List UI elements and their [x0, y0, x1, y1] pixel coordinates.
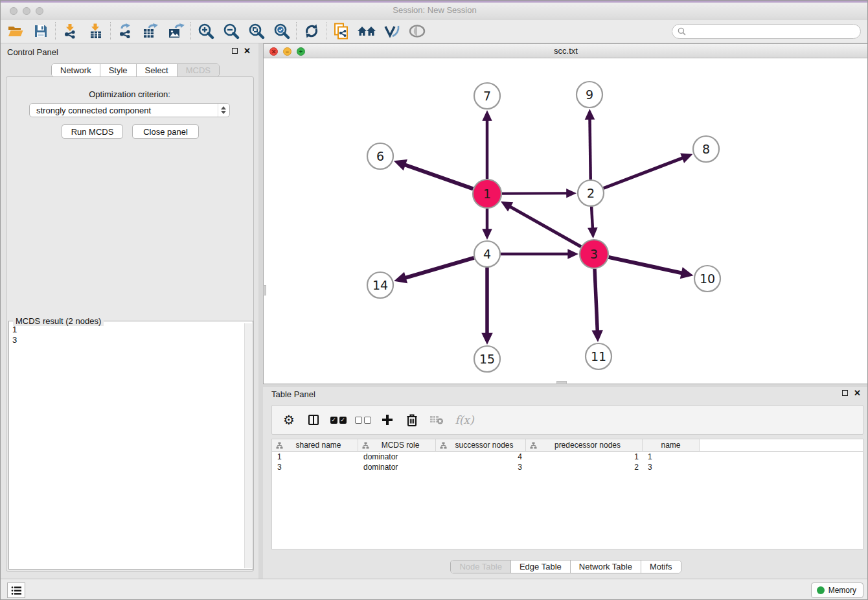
- refresh-icon: [303, 23, 320, 40]
- show-columns-button[interactable]: [306, 412, 321, 428]
- delete-column-button[interactable]: [404, 412, 420, 428]
- cell-name[interactable]: 1: [643, 452, 700, 462]
- export-image-button[interactable]: [163, 21, 188, 42]
- table-row[interactable]: 1dominator411: [272, 452, 863, 462]
- graph-node-label-15: 15: [479, 352, 495, 366]
- cell-MCDS-role[interactable]: dominator: [358, 462, 436, 472]
- graph-edge-2-8[interactable]: [604, 157, 683, 188]
- network-window-titlebar[interactable]: ✕ − + scc.txt: [264, 44, 868, 58]
- graph-edge-arrowhead: [680, 267, 694, 279]
- network-canvas[interactable]: 1234678910111415: [264, 58, 868, 384]
- zoom-in-icon: [198, 23, 214, 40]
- close-panel-button[interactable]: Close panel: [132, 124, 199, 139]
- column-header-shared-name[interactable]: shared name: [272, 439, 358, 451]
- graph-node-label-1: 1: [483, 187, 491, 201]
- select-all-columns-button[interactable]: ✓✓: [330, 412, 346, 428]
- graph-node-label-14: 14: [372, 278, 388, 292]
- memory-button[interactable]: Memory: [811, 583, 863, 598]
- graph-edge-1-2[interactable]: [502, 193, 567, 194]
- search-field[interactable]: [672, 24, 861, 39]
- birdseye-view-button[interactable]: [404, 21, 429, 42]
- control-panel-title: Control Panel: [7, 47, 58, 57]
- tab-select[interactable]: Select: [137, 64, 177, 76]
- application-window: Session: New Session: [0, 0, 868, 600]
- cell-name[interactable]: 3: [643, 462, 700, 472]
- tab-node-table[interactable]: Node Table: [451, 560, 511, 573]
- run-mcds-button[interactable]: Run MCDS: [62, 124, 123, 139]
- toolbar-separator: [326, 22, 326, 40]
- add-column-button[interactable]: [380, 412, 395, 428]
- unselect-all-columns-button[interactable]: [355, 412, 371, 428]
- zoom-fit-button[interactable]: [244, 21, 269, 42]
- export-network-button[interactable]: [113, 21, 138, 42]
- export-table-button[interactable]: [138, 21, 163, 42]
- graph-edge-2-3[interactable]: [591, 207, 593, 229]
- function-builder-button[interactable]: f(x): [453, 412, 475, 428]
- graph-edge-3-10[interactable]: [608, 257, 682, 273]
- network-graph[interactable]: 1234678910111415: [264, 58, 868, 384]
- graph-edge-1-6[interactable]: [404, 165, 473, 189]
- network-title: scc.txt: [264, 46, 868, 56]
- close-panel-icon[interactable]: ✕: [854, 390, 861, 396]
- delete-table-icon: [429, 415, 444, 425]
- splitter-grip-horizontal[interactable]: [556, 381, 567, 384]
- tab-style[interactable]: Style: [100, 64, 137, 76]
- graph-edge-arrowhead: [482, 110, 492, 121]
- graph-edge-4-14[interactable]: [405, 258, 474, 278]
- tab-edge-table[interactable]: Edge Table: [511, 560, 571, 573]
- graph-edge-3-11[interactable]: [595, 269, 597, 332]
- graph-edge-2-9[interactable]: [589, 119, 590, 179]
- cell-successor-nodes[interactable]: 4: [436, 452, 526, 462]
- table-row[interactable]: 3dominator323: [272, 462, 863, 472]
- tab-network-table[interactable]: Network Table: [571, 560, 641, 573]
- cell-successor-nodes[interactable]: 3: [436, 462, 526, 472]
- column-header-predecessor-nodes[interactable]: predecessor nodes: [526, 439, 643, 451]
- toolbar-separator: [55, 22, 56, 40]
- close-panel-icon[interactable]: ✕: [244, 48, 251, 54]
- cell-predecessor-nodes[interactable]: 1: [526, 452, 643, 462]
- table-tabs-row: Node TableEdge TableNetwork TableMotifs: [263, 560, 868, 573]
- zoom-out-button[interactable]: [218, 21, 244, 42]
- trash-icon: [405, 413, 418, 427]
- zoom-out-icon: [223, 23, 240, 40]
- main-toolbar: [1, 19, 868, 43]
- float-panel-icon[interactable]: [842, 390, 848, 396]
- hide-graphics-icon: [383, 23, 401, 39]
- home-icon: [357, 23, 376, 39]
- save-session-button[interactable]: [28, 21, 53, 42]
- zoom-selected-icon: [273, 23, 290, 40]
- graph-edge-3-1[interactable]: [509, 206, 581, 246]
- float-panel-icon[interactable]: [232, 48, 238, 54]
- import-network-button[interactable]: [58, 21, 83, 42]
- apply-layout-button[interactable]: [299, 21, 324, 42]
- search-input[interactable]: [686, 26, 855, 36]
- cell-shared-name[interactable]: 3: [272, 462, 358, 472]
- cell-shared-name[interactable]: 1: [272, 452, 358, 462]
- result-scrollbar[interactable]: [244, 323, 252, 568]
- tab-motifs[interactable]: Motifs: [641, 560, 681, 573]
- hide-details-button[interactable]: [379, 21, 404, 42]
- import-table-icon: [88, 23, 104, 39]
- open-session-button[interactable]: [3, 21, 28, 42]
- splitter-grip-vertical[interactable]: [263, 285, 266, 295]
- mcds-result-text[interactable]: 1 3: [10, 323, 244, 568]
- home-view-button[interactable]: [354, 21, 379, 42]
- toolbar-separator: [190, 22, 191, 40]
- graph-node-label-2: 2: [587, 186, 595, 200]
- cell-MCDS-role[interactable]: dominator: [358, 452, 436, 462]
- table-settings-button[interactable]: ⚙: [281, 412, 297, 428]
- task-history-button[interactable]: [7, 583, 25, 598]
- column-header-name[interactable]: name: [643, 439, 700, 451]
- table-tabs: Node TableEdge TableNetwork TableMotifs: [450, 560, 681, 573]
- tab-mcds[interactable]: MCDS: [177, 64, 219, 76]
- optimization-criterion-select[interactable]: strongly connected component: [29, 103, 230, 117]
- zoom-selected-button[interactable]: [269, 21, 294, 42]
- import-table-button[interactable]: [83, 21, 108, 42]
- tab-network[interactable]: Network: [52, 64, 100, 76]
- column-header-MCDS-role[interactable]: MCDS role: [358, 439, 436, 451]
- zoom-in-button[interactable]: [193, 21, 218, 42]
- cell-predecessor-nodes[interactable]: 2: [526, 462, 643, 472]
- delete-table-button[interactable]: [429, 412, 444, 428]
- clone-network-button[interactable]: [328, 21, 354, 42]
- column-header-successor-nodes[interactable]: successor nodes: [436, 439, 526, 451]
